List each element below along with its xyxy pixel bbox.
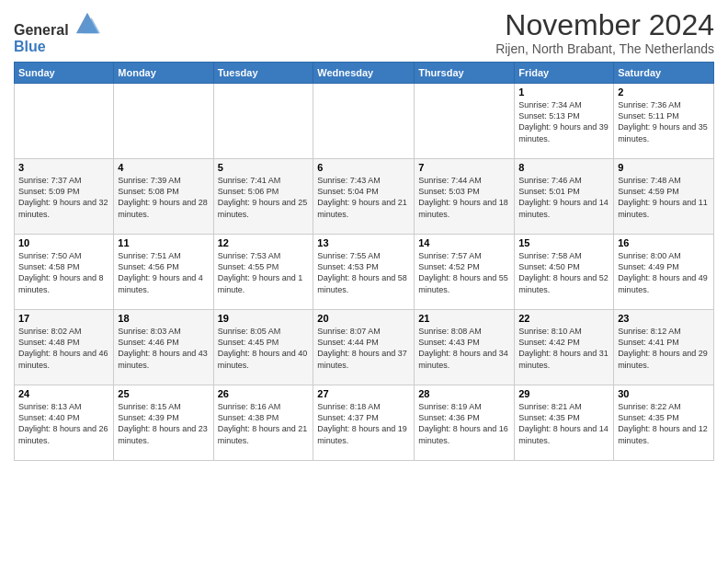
calendar-cell: 2Sunrise: 7:36 AM Sunset: 5:11 PM Daylig… bbox=[614, 84, 714, 159]
day-number: 27 bbox=[317, 388, 410, 399]
calendar-cell: 30Sunrise: 8:22 AM Sunset: 4:35 PM Dayli… bbox=[614, 385, 714, 461]
calendar-cell: 28Sunrise: 8:19 AM Sunset: 4:36 PM Dayli… bbox=[415, 385, 515, 461]
calendar-cell: 7Sunrise: 7:44 AM Sunset: 5:03 PM Daylig… bbox=[415, 159, 515, 235]
day-info: Sunrise: 7:51 AM Sunset: 4:56 PM Dayligh… bbox=[118, 250, 209, 295]
header-saturday: Saturday bbox=[614, 63, 714, 84]
calendar-cell: 10Sunrise: 7:50 AM Sunset: 4:58 PM Dayli… bbox=[15, 235, 114, 310]
calendar-cell: 11Sunrise: 7:51 AM Sunset: 4:56 PM Dayli… bbox=[114, 235, 213, 310]
calendar-cell: 6Sunrise: 7:43 AM Sunset: 5:04 PM Daylig… bbox=[313, 159, 415, 235]
day-info: Sunrise: 8:13 AM Sunset: 4:40 PM Dayligh… bbox=[18, 401, 109, 446]
day-number: 1 bbox=[518, 86, 609, 98]
day-number: 24 bbox=[18, 388, 109, 399]
calendar-cell bbox=[114, 84, 213, 159]
day-number: 29 bbox=[518, 388, 609, 399]
day-info: Sunrise: 7:53 AM Sunset: 4:55 PM Dayligh… bbox=[218, 250, 310, 295]
day-info: Sunrise: 7:39 AM Sunset: 5:08 PM Dayligh… bbox=[118, 175, 209, 220]
day-number: 23 bbox=[618, 313, 710, 324]
header-wednesday: Wednesday bbox=[313, 63, 415, 84]
calendar-cell: 27Sunrise: 8:18 AM Sunset: 4:37 PM Dayli… bbox=[313, 385, 415, 461]
calendar-cell: 24Sunrise: 8:13 AM Sunset: 4:40 PM Dayli… bbox=[15, 385, 114, 461]
page-header: General Blue November 2024 Rijen, North … bbox=[14, 9, 714, 56]
day-info: Sunrise: 8:15 AM Sunset: 4:39 PM Dayligh… bbox=[118, 401, 209, 446]
day-number: 28 bbox=[418, 388, 510, 399]
day-info: Sunrise: 7:44 AM Sunset: 5:03 PM Dayligh… bbox=[418, 175, 510, 220]
logo-blue: Blue bbox=[14, 39, 46, 54]
day-info: Sunrise: 7:37 AM Sunset: 5:09 PM Dayligh… bbox=[18, 175, 109, 220]
day-number: 6 bbox=[317, 162, 410, 173]
day-info: Sunrise: 8:18 AM Sunset: 4:37 PM Dayligh… bbox=[317, 401, 410, 446]
logo: General Blue bbox=[14, 9, 100, 54]
day-number: 4 bbox=[118, 162, 209, 173]
calendar-cell bbox=[213, 84, 313, 159]
day-number: 3 bbox=[18, 162, 109, 173]
calendar-cell: 16Sunrise: 8:00 AM Sunset: 4:49 PM Dayli… bbox=[614, 235, 714, 310]
header-thursday: Thursday bbox=[415, 63, 515, 84]
calendar-cell: 21Sunrise: 8:08 AM Sunset: 4:43 PM Dayli… bbox=[415, 310, 515, 385]
calendar-cell: 25Sunrise: 8:15 AM Sunset: 4:39 PM Dayli… bbox=[114, 385, 213, 461]
day-number: 19 bbox=[218, 313, 310, 324]
calendar-cell: 8Sunrise: 7:46 AM Sunset: 5:01 PM Daylig… bbox=[515, 159, 614, 235]
calendar-week-row: 3Sunrise: 7:37 AM Sunset: 5:09 PM Daylig… bbox=[15, 159, 714, 235]
day-number: 7 bbox=[418, 162, 510, 173]
calendar-cell: 19Sunrise: 8:05 AM Sunset: 4:45 PM Dayli… bbox=[213, 310, 313, 385]
day-number: 2 bbox=[618, 86, 710, 98]
calendar-cell: 9Sunrise: 7:48 AM Sunset: 4:59 PM Daylig… bbox=[614, 159, 714, 235]
calendar-cell: 4Sunrise: 7:39 AM Sunset: 5:08 PM Daylig… bbox=[114, 159, 213, 235]
day-info: Sunrise: 7:55 AM Sunset: 4:53 PM Dayligh… bbox=[317, 250, 410, 295]
calendar-cell: 1Sunrise: 7:34 AM Sunset: 5:13 PM Daylig… bbox=[515, 84, 614, 159]
calendar-week-row: 1Sunrise: 7:34 AM Sunset: 5:13 PM Daylig… bbox=[15, 84, 714, 159]
day-number: 10 bbox=[18, 237, 109, 248]
day-info: Sunrise: 7:43 AM Sunset: 5:04 PM Dayligh… bbox=[317, 175, 410, 220]
header-tuesday: Tuesday bbox=[213, 63, 313, 84]
calendar-cell: 15Sunrise: 7:58 AM Sunset: 4:50 PM Dayli… bbox=[515, 235, 614, 310]
day-info: Sunrise: 8:03 AM Sunset: 4:46 PM Dayligh… bbox=[118, 326, 209, 371]
day-number: 16 bbox=[618, 237, 710, 248]
day-info: Sunrise: 7:36 AM Sunset: 5:11 PM Dayligh… bbox=[618, 99, 710, 144]
header-friday: Friday bbox=[515, 63, 614, 84]
calendar-cell: 26Sunrise: 8:16 AM Sunset: 4:38 PM Dayli… bbox=[213, 385, 313, 461]
day-number: 5 bbox=[218, 162, 310, 173]
day-number: 21 bbox=[418, 313, 510, 324]
calendar-cell: 5Sunrise: 7:41 AM Sunset: 5:06 PM Daylig… bbox=[213, 159, 313, 235]
calendar-cell: 14Sunrise: 7:57 AM Sunset: 4:52 PM Dayli… bbox=[415, 235, 515, 310]
month-title: November 2024 bbox=[495, 9, 714, 41]
day-info: Sunrise: 8:16 AM Sunset: 4:38 PM Dayligh… bbox=[218, 401, 310, 446]
day-info: Sunrise: 7:50 AM Sunset: 4:58 PM Dayligh… bbox=[18, 250, 109, 295]
day-number: 11 bbox=[118, 237, 209, 248]
calendar-cell: 12Sunrise: 7:53 AM Sunset: 4:55 PM Dayli… bbox=[213, 235, 313, 310]
day-number: 17 bbox=[18, 313, 109, 324]
day-number: 15 bbox=[518, 237, 609, 248]
day-number: 20 bbox=[317, 313, 410, 324]
calendar-cell: 23Sunrise: 8:12 AM Sunset: 4:41 PM Dayli… bbox=[614, 310, 714, 385]
calendar-week-row: 17Sunrise: 8:02 AM Sunset: 4:48 PM Dayli… bbox=[15, 310, 714, 385]
calendar-cell: 13Sunrise: 7:55 AM Sunset: 4:53 PM Dayli… bbox=[313, 235, 415, 310]
day-info: Sunrise: 8:08 AM Sunset: 4:43 PM Dayligh… bbox=[418, 326, 510, 371]
logo-text: General Blue bbox=[14, 9, 100, 54]
logo-icon bbox=[74, 9, 100, 35]
calendar-cell: 3Sunrise: 7:37 AM Sunset: 5:09 PM Daylig… bbox=[15, 159, 114, 235]
day-number: 9 bbox=[618, 162, 710, 173]
day-info: Sunrise: 7:41 AM Sunset: 5:06 PM Dayligh… bbox=[218, 175, 310, 220]
calendar-cell: 29Sunrise: 8:21 AM Sunset: 4:35 PM Dayli… bbox=[515, 385, 614, 461]
day-info: Sunrise: 8:22 AM Sunset: 4:35 PM Dayligh… bbox=[618, 401, 710, 446]
day-number: 12 bbox=[218, 237, 310, 248]
calendar-cell: 17Sunrise: 8:02 AM Sunset: 4:48 PM Dayli… bbox=[15, 310, 114, 385]
day-info: Sunrise: 8:07 AM Sunset: 4:44 PM Dayligh… bbox=[317, 326, 410, 371]
day-info: Sunrise: 7:58 AM Sunset: 4:50 PM Dayligh… bbox=[518, 250, 609, 295]
day-info: Sunrise: 8:02 AM Sunset: 4:48 PM Dayligh… bbox=[18, 326, 109, 371]
header-monday: Monday bbox=[114, 63, 213, 84]
page-container: General Blue November 2024 Rijen, North … bbox=[0, 0, 728, 470]
logo-general: General bbox=[14, 22, 69, 38]
header-sunday: Sunday bbox=[15, 63, 114, 84]
day-number: 14 bbox=[418, 237, 510, 248]
calendar-week-row: 24Sunrise: 8:13 AM Sunset: 4:40 PM Dayli… bbox=[15, 385, 714, 461]
day-info: Sunrise: 7:57 AM Sunset: 4:52 PM Dayligh… bbox=[418, 250, 510, 295]
day-number: 30 bbox=[618, 388, 710, 399]
day-info: Sunrise: 8:12 AM Sunset: 4:41 PM Dayligh… bbox=[618, 326, 710, 371]
day-info: Sunrise: 8:21 AM Sunset: 4:35 PM Dayligh… bbox=[518, 401, 609, 446]
calendar-cell bbox=[415, 84, 515, 159]
day-info: Sunrise: 8:19 AM Sunset: 4:36 PM Dayligh… bbox=[418, 401, 510, 446]
day-number: 26 bbox=[218, 388, 310, 399]
calendar-cell: 20Sunrise: 8:07 AM Sunset: 4:44 PM Dayli… bbox=[313, 310, 415, 385]
day-info: Sunrise: 8:10 AM Sunset: 4:42 PM Dayligh… bbox=[518, 326, 609, 371]
